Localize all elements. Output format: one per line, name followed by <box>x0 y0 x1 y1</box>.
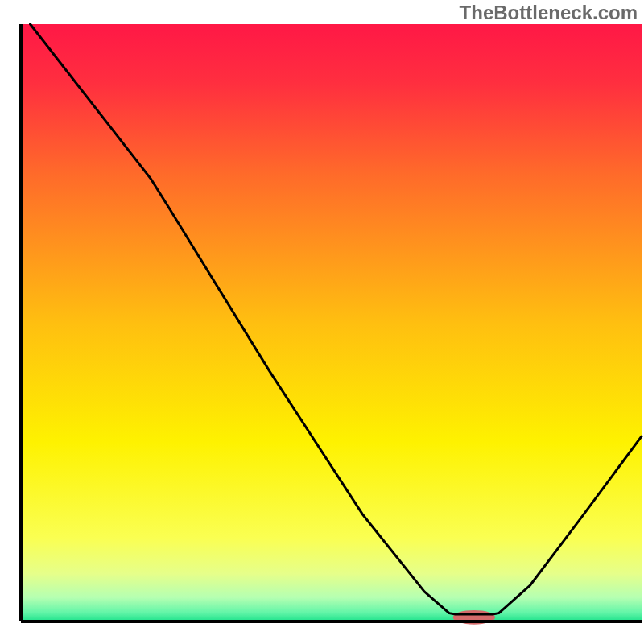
gradient-background <box>21 24 642 621</box>
chart-svg <box>0 0 644 644</box>
